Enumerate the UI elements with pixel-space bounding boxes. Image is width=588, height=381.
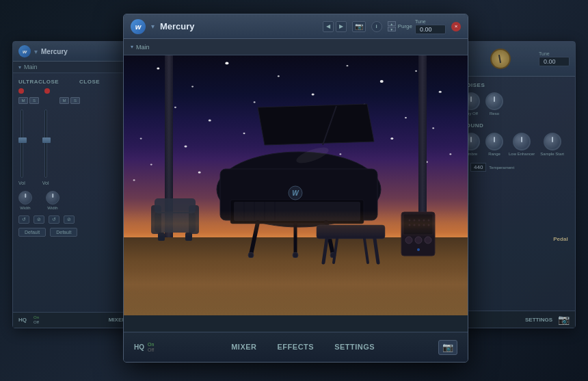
fader-label-1: Vol (18, 181, 25, 185)
svg-marker-37 (258, 104, 374, 145)
low-enhancer-control[interactable] (513, 133, 531, 150)
main-subheader: ▾ Main (124, 39, 468, 55)
icon-btn-3[interactable]: ↺ (49, 215, 59, 224)
m-button-2[interactable]: M (59, 97, 69, 104)
reso-control[interactable] (485, 92, 503, 110)
on-off-toggle[interactable]: On Off (148, 342, 154, 352)
sub-dropdown-arrow[interactable]: ▾ (131, 44, 133, 50)
pedal-label: Pedal (553, 236, 567, 242)
sound-section: SOUND Timbre Range Low Enhancer (462, 122, 570, 156)
tab-mixer[interactable]: MIXER (231, 340, 256, 355)
ms-buttons: M S M S (18, 97, 126, 104)
main-bottom-bar: HQ On Off MIXER EFFECTS SETTINGS 📷 (124, 332, 468, 362)
fader-label-2: Vol (42, 181, 49, 185)
svg-point-73 (405, 237, 412, 244)
fader-handle-1[interactable] (18, 137, 27, 143)
svg-line-59 (334, 239, 337, 263)
sub-title: Main (136, 44, 150, 51)
channel-indicators (18, 88, 126, 94)
back-left-subtitle: Main (24, 64, 38, 70)
m-button-1[interactable]: M (18, 97, 28, 104)
noises-label: NOISES (462, 82, 570, 88)
back-right-header: Tune 0.00 (457, 42, 575, 77)
settings-label: SETTINGS (525, 317, 552, 323)
hq-text: HQ (134, 343, 144, 351)
s-button-1[interactable]: S (29, 97, 39, 104)
temperament-label: Temperament (489, 166, 514, 170)
knob-row: Width Width (18, 191, 126, 210)
back-left-arrow: ▾ (34, 48, 38, 55)
main-logo: w (131, 19, 146, 34)
snapshot-icon[interactable]: 📷 (352, 21, 366, 32)
faders-area: Vol Vol (18, 109, 126, 185)
width-knob-label-2: Width (47, 206, 57, 210)
fader-1: Vol (18, 109, 25, 185)
tune-label-right: Tune (539, 51, 550, 56)
svg-point-54 (293, 252, 298, 258)
purge-label: Purge (398, 23, 412, 29)
panel-main: w ▾ Mercury ◀ ▶ 📷 i ▲ ▼ Purge T (123, 14, 468, 363)
header-controls: ▲ ▼ Purge Tune 0.00 (388, 19, 446, 34)
low-enhancer-label: Low Enhancer (509, 152, 535, 156)
width-knob-control-2[interactable] (46, 191, 59, 205)
nav-prev-button[interactable]: ◀ (323, 21, 334, 32)
info-icon[interactable]: i (371, 21, 382, 32)
width-knob-control-1[interactable] (18, 191, 32, 205)
back-left-controls: ULTRACLOSE CLOSE M S M S (13, 73, 131, 246)
hq-on-label: On (148, 342, 154, 347)
on-off-left: On Off (34, 315, 39, 325)
tune-value-right: 0.00 (539, 57, 570, 66)
purge-down-btn[interactable]: ▼ (388, 27, 396, 31)
back-right-info: Tune 0.00 (539, 51, 570, 66)
tune-area: Tune 0.00 (415, 19, 446, 34)
default-row-1: Default Default (18, 228, 126, 237)
tune-label: Tune (415, 19, 426, 24)
purge-buttons: ▲ ▼ (388, 21, 396, 31)
fader-handle-2[interactable] (42, 137, 51, 143)
svg-line-58 (375, 239, 378, 263)
hq-label-left: HQ (18, 317, 27, 323)
tuning-clock (490, 49, 511, 69)
camera-bottom-icon[interactable]: 📷 (438, 340, 457, 355)
tune-value: 0.00 (415, 25, 446, 34)
nav-next-button[interactable]: ▶ (336, 21, 347, 32)
back-left-bottom-bar: HQ On Off MIXER (13, 312, 131, 328)
channel-labels: ULTRACLOSE CLOSE (18, 79, 126, 85)
purge-up-btn[interactable]: ▲ (388, 21, 396, 26)
range-knob: Range (485, 133, 503, 156)
scene: w ▾ Mercury ▾ Main ULTRACLOSE CLOSE M S (0, 0, 588, 381)
sound-knobs: Timbre Range Low Enhancer Sample Start (462, 133, 570, 156)
fader-track-2[interactable] (44, 109, 47, 178)
icon-btn-2[interactable]: ⊘ (34, 215, 44, 224)
icon-btn-1[interactable]: ↺ (18, 215, 29, 224)
reso-label: Reso (490, 111, 499, 116)
icon-btn-4[interactable]: ⊘ (64, 215, 75, 224)
tab-effects[interactable]: EFFECTS (278, 340, 315, 355)
s-button-2[interactable]: S (70, 97, 80, 104)
purge-area: ▲ ▼ Purge (388, 21, 412, 31)
range-control[interactable] (485, 133, 503, 150)
svg-point-76 (417, 248, 420, 251)
noises-knobs: Key Off Reso (462, 92, 570, 116)
main-dropdown-arrow[interactable]: ▾ (151, 23, 155, 30)
channel-label-close: CLOSE (79, 79, 100, 85)
svg-point-74 (415, 237, 422, 244)
main-header: w ▾ Mercury ◀ ▶ 📷 i ▲ ▼ Purge T (124, 14, 468, 39)
back-left-subheader: ▾ Main (13, 62, 131, 73)
sample-start-label: Sample Start (540, 152, 564, 156)
sample-start-control[interactable] (544, 133, 561, 150)
fader-track-1[interactable] (21, 109, 23, 178)
tab-settings[interactable]: SETTINGS (334, 340, 375, 355)
default-button-1[interactable]: Default (18, 228, 46, 237)
reso-knob: Reso (485, 92, 503, 116)
ms-group-1: M S (18, 97, 39, 104)
temperament-value: 440 (470, 163, 486, 172)
nav-arrows: ◀ ▶ (323, 21, 347, 32)
horizon-glow (124, 210, 468, 237)
hq-off-label: Off (148, 347, 154, 353)
back-right-controls: NOISES Key Off Reso SOUND (457, 77, 575, 177)
svg-line-57 (323, 239, 327, 263)
close-button[interactable]: × (451, 22, 461, 31)
svg-line-60 (364, 239, 368, 263)
default-button-2[interactable]: Default (50, 228, 77, 237)
